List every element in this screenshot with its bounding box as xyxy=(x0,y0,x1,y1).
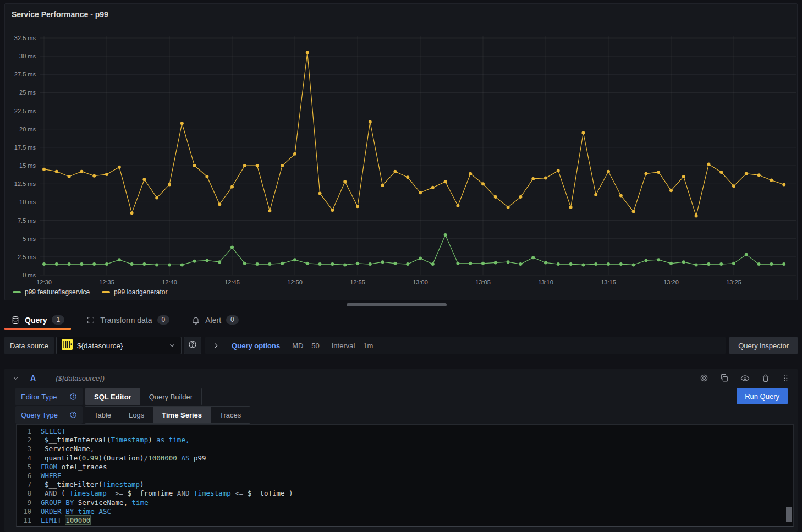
svg-text:13:25: 13:25 xyxy=(726,279,741,286)
svg-text:15 ms: 15 ms xyxy=(19,162,36,169)
legend-swatch-yellow xyxy=(102,291,110,293)
max-data-points-stat: MD = 50 xyxy=(292,342,320,350)
query-ref-id[interactable]: A xyxy=(30,374,36,382)
chart-legend: p99 featureflagservice p99 loadgenerator xyxy=(13,288,168,296)
remove-query-trash-icon[interactable] xyxy=(761,374,770,382)
query-type-row: Query Type Table Logs Time Series Traces xyxy=(15,406,250,424)
svg-text:12:55: 12:55 xyxy=(350,279,365,286)
svg-text:12:45: 12:45 xyxy=(224,279,240,286)
svg-text:30 ms: 30 ms xyxy=(19,53,36,59)
svg-text:20 ms: 20 ms xyxy=(19,126,36,133)
bell-icon xyxy=(191,316,200,325)
database-icon xyxy=(11,316,20,325)
svg-text:12:35: 12:35 xyxy=(99,279,114,286)
record-circle-icon[interactable] xyxy=(700,374,708,382)
info-circle-icon[interactable] xyxy=(69,411,77,419)
legend-item-loadgenerator[interactable]: p99 loadgenerator xyxy=(102,288,167,296)
query-editor-card: A (${datasource}) xyxy=(4,369,798,532)
option-time-series[interactable]: Time Series xyxy=(153,407,211,423)
timeseries-panel: Service Performance - p99 0 ms2.5 ms5 ms… xyxy=(4,3,798,300)
svg-text:27.5 ms: 27.5 ms xyxy=(14,71,36,78)
tab-badge: 0 xyxy=(226,315,239,325)
svg-text:13:00: 13:00 xyxy=(413,279,428,286)
query-row-actions xyxy=(700,374,790,383)
option-query-builder[interactable]: Query Builder xyxy=(140,388,201,405)
svg-text:22.5 ms: 22.5 ms xyxy=(14,108,36,114)
svg-text:13:15: 13:15 xyxy=(601,279,616,286)
clickhouse-logo-icon xyxy=(62,339,73,352)
help-circle-icon xyxy=(188,340,197,351)
query-options-link[interactable]: Query options xyxy=(232,342,280,350)
interval-stat: Interval = 1m xyxy=(332,342,373,350)
sql-code: 1SELECT2$__timeInterval(Timestamp) as ti… xyxy=(17,427,793,525)
tab-badge: 1 xyxy=(52,315,64,325)
horizontal-scrollbar-thumb[interactable] xyxy=(347,303,447,306)
query-type-label: Query Type xyxy=(21,411,58,419)
option-traces[interactable]: Traces xyxy=(211,407,250,423)
chevron-right-icon[interactable] xyxy=(212,342,219,349)
svg-text:12:40: 12:40 xyxy=(162,279,177,286)
drag-handle-icon[interactable] xyxy=(782,374,790,382)
svg-text:12:50: 12:50 xyxy=(287,279,303,286)
query-type-label-box: Query Type xyxy=(15,406,83,424)
collapse-chevron-down-icon[interactable] xyxy=(12,375,19,382)
svg-text:10 ms: 10 ms xyxy=(19,199,36,205)
option-table[interactable]: Table xyxy=(85,407,120,423)
legend-item-featureflagservice[interactable]: p99 featureflagservice xyxy=(13,288,90,296)
sql-code-editor[interactable]: 1SELECT2$__timeInterval(Timestamp) as ti… xyxy=(16,424,794,527)
query-type-options: Table Logs Time Series Traces xyxy=(85,406,250,424)
tab-transform-data[interactable]: Transform data 0 xyxy=(80,310,176,330)
svg-text:32.5 ms: 32.5 ms xyxy=(14,35,36,41)
panel-title: Service Performance - p99 xyxy=(5,4,797,25)
query-row-header[interactable]: A (${datasource}) xyxy=(4,369,798,387)
svg-text:13:10: 13:10 xyxy=(538,279,553,286)
svg-text:12.5 ms: 12.5 ms xyxy=(14,180,36,187)
editor-vertical-scrollbar-thumb[interactable] xyxy=(786,507,792,522)
legend-label: p99 featureflagservice xyxy=(25,288,90,296)
tab-badge: 0 xyxy=(157,315,170,325)
svg-text:13:05: 13:05 xyxy=(475,279,491,286)
legend-swatch-green xyxy=(13,291,21,293)
timeseries-chart[interactable]: 0 ms2.5 ms5 ms7.5 ms10 ms12.5 ms15 ms17.… xyxy=(5,24,798,299)
editor-type-row: Editor Type SQL Editor Query Builder xyxy=(15,388,202,405)
datasource-picker[interactable]: ${datasource} xyxy=(56,337,182,354)
svg-text:13:20: 13:20 xyxy=(663,279,679,286)
tab-query[interactable]: Query 1 xyxy=(4,310,71,330)
duplicate-query-icon[interactable] xyxy=(720,374,729,382)
editor-type-options: SQL Editor Query Builder xyxy=(85,388,202,405)
option-logs[interactable]: Logs xyxy=(120,407,153,423)
editor-type-label-box: Editor Type xyxy=(15,388,83,405)
option-sql-editor[interactable]: SQL Editor xyxy=(85,388,140,405)
tab-label: Transform data xyxy=(100,316,152,325)
query-toolbar: Data source ${datasource} xyxy=(4,337,798,354)
editor-type-label: Editor Type xyxy=(21,393,57,401)
editor-tabs: Query 1 Transform data 0 Alert 0 xyxy=(4,310,798,330)
query-inspector-button[interactable]: Query inspector xyxy=(729,337,798,354)
svg-text:7.5 ms: 7.5 ms xyxy=(18,217,36,224)
svg-text:0 ms: 0 ms xyxy=(23,272,36,278)
tab-label: Query xyxy=(25,316,47,325)
datasource-help-button[interactable] xyxy=(184,337,201,354)
query-options-bar[interactable]: Query options MD = 50 Interval = 1m xyxy=(205,337,726,354)
transform-icon xyxy=(86,316,95,325)
svg-text:17.5 ms: 17.5 ms xyxy=(14,144,36,151)
tab-label: Alert xyxy=(205,316,221,325)
svg-text:25 ms: 25 ms xyxy=(19,89,36,96)
svg-text:12:30: 12:30 xyxy=(36,279,52,286)
tab-alert[interactable]: Alert 0 xyxy=(185,310,245,330)
grafana-panel-edit-page: Service Performance - p99 0 ms2.5 ms5 ms… xyxy=(0,0,802,532)
svg-text:5 ms: 5 ms xyxy=(23,235,36,242)
legend-label: p99 loadgenerator xyxy=(114,288,167,296)
svg-text:2.5 ms: 2.5 ms xyxy=(18,254,36,260)
chevron-down-icon xyxy=(168,342,176,349)
disable-query-eye-icon[interactable] xyxy=(740,374,750,383)
datasource-label: Data source xyxy=(4,337,54,354)
run-query-button[interactable]: Run Query xyxy=(737,388,788,404)
query-datasource-hint: (${datasource}) xyxy=(56,374,105,382)
info-circle-icon[interactable] xyxy=(69,393,77,401)
datasource-value: ${datasource} xyxy=(77,342,164,350)
